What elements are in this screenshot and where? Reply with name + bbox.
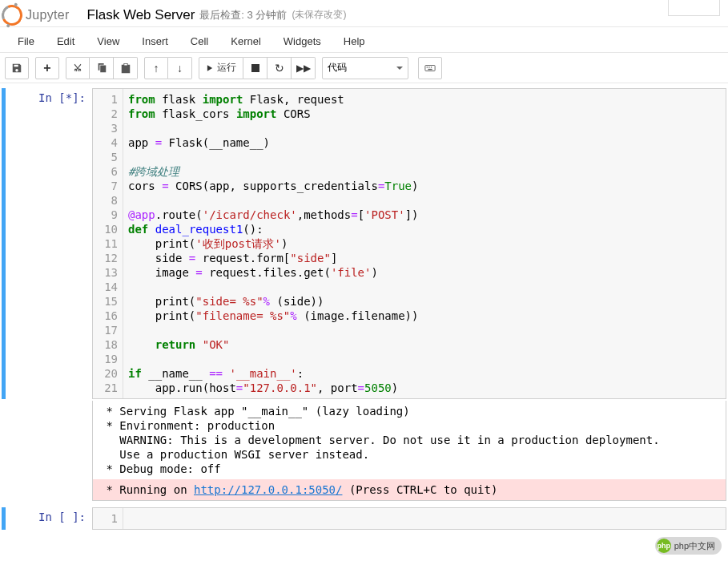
menu-view[interactable]: View	[86, 30, 131, 52]
interrupt-button[interactable]	[243, 57, 267, 79]
menu-file[interactable]: File	[6, 30, 46, 52]
scissors-icon	[72, 63, 83, 74]
plus-icon: +	[43, 61, 50, 75]
line-gutter: 1	[93, 508, 123, 529]
jupyter-logo-text: Jupyter	[26, 8, 70, 22]
jupyter-logo[interactable]: Jupyter	[0, 5, 76, 26]
stop-icon	[251, 64, 259, 72]
command-palette-button[interactable]	[418, 57, 442, 79]
toolbar: + ↑ ↓ 运行 ↻ ▶▶ 代码	[0, 53, 728, 83]
svg-rect-4	[428, 68, 432, 69]
notebook-area: In [*]: 1 2 3 4 5 6 7 8 9 10 11 12 13 14…	[0, 83, 728, 539]
code-cell-1[interactable]: In [*]: 1 2 3 4 5 6 7 8 9 10 11 12 13 14…	[2, 88, 726, 399]
line-gutter: 1 2 3 4 5 6 7 8 9 10 11 12 13 14 15 16 1…	[93, 89, 123, 398]
restart-run-all-button[interactable]: ▶▶	[292, 57, 316, 79]
cut-button[interactable]	[66, 57, 90, 79]
keyboard-icon	[424, 63, 436, 74]
watermark-logo-icon: php	[657, 539, 671, 539]
save-icon	[11, 63, 22, 74]
menu-bar: File Edit View Insert Cell Kernel Widget…	[0, 27, 728, 53]
header-right-button[interactable]	[668, 0, 720, 16]
menu-cell[interactable]: Cell	[179, 30, 219, 52]
menu-edit[interactable]: Edit	[46, 30, 86, 52]
output-stderr: * Running on http://127.0.0.1:5050/ (Pre…	[93, 479, 726, 500]
code-cell-2[interactable]: In [ ]: 1	[2, 507, 726, 530]
checkpoint-status: 最后检查: 3 分钟前	[199, 8, 287, 22]
server-url-link[interactable]: http://127.0.0.1:5050/	[194, 483, 342, 496]
fast-forward-icon: ▶▶	[296, 63, 311, 74]
run-button[interactable]: 运行	[199, 57, 243, 79]
arrow-up-icon: ↑	[154, 62, 159, 75]
input-area[interactable]: 1 2 3 4 5 6 7 8 9 10 11 12 13 14 15 16 1…	[92, 88, 726, 399]
notebook-title[interactable]: Flask Web Server	[87, 7, 195, 23]
header-bar: Jupyter Flask Web Server 最后检查: 3 分钟前 (未保…	[0, 0, 728, 27]
watermark: php php中文网	[655, 537, 722, 539]
output-stdout: * Serving Flask app "__main__" (lazy loa…	[93, 401, 726, 479]
save-button[interactable]	[5, 57, 29, 79]
add-cell-button[interactable]: +	[35, 57, 59, 79]
celltype-select[interactable]: 代码	[322, 57, 408, 79]
arrow-down-icon: ↓	[177, 62, 183, 75]
copy-icon	[96, 63, 107, 74]
menu-help[interactable]: Help	[332, 30, 376, 52]
celltype-value: 代码	[328, 61, 347, 75]
refresh-icon: ↻	[275, 62, 284, 75]
paste-icon	[120, 63, 131, 74]
move-down-button[interactable]: ↓	[168, 57, 192, 79]
jupyter-logo-icon	[0, 2, 26, 28]
menu-insert[interactable]: Insert	[131, 30, 179, 52]
input-area[interactable]: 1	[92, 507, 726, 530]
copy-button[interactable]	[90, 57, 114, 79]
svg-rect-3	[431, 67, 432, 67]
code-editor[interactable]	[123, 508, 726, 529]
restart-button[interactable]: ↻	[267, 57, 292, 79]
svg-rect-1	[427, 67, 428, 67]
paste-button[interactable]	[114, 57, 138, 79]
move-up-button[interactable]: ↑	[144, 57, 168, 79]
input-prompt: In [*]:	[6, 88, 92, 399]
output-area: * Serving Flask app "__main__" (lazy loa…	[92, 401, 726, 501]
input-prompt: In [ ]:	[6, 507, 92, 530]
run-label: 运行	[217, 61, 236, 75]
autosave-status: (未保存改变)	[292, 8, 346, 22]
play-icon	[206, 64, 214, 72]
menu-widgets[interactable]: Widgets	[272, 30, 332, 52]
svg-rect-2	[428, 67, 429, 67]
code-editor[interactable]: from flask import Flask, request from fl…	[123, 89, 726, 398]
menu-kernel[interactable]: Kernel	[219, 30, 272, 52]
svg-rect-0	[425, 65, 435, 71]
